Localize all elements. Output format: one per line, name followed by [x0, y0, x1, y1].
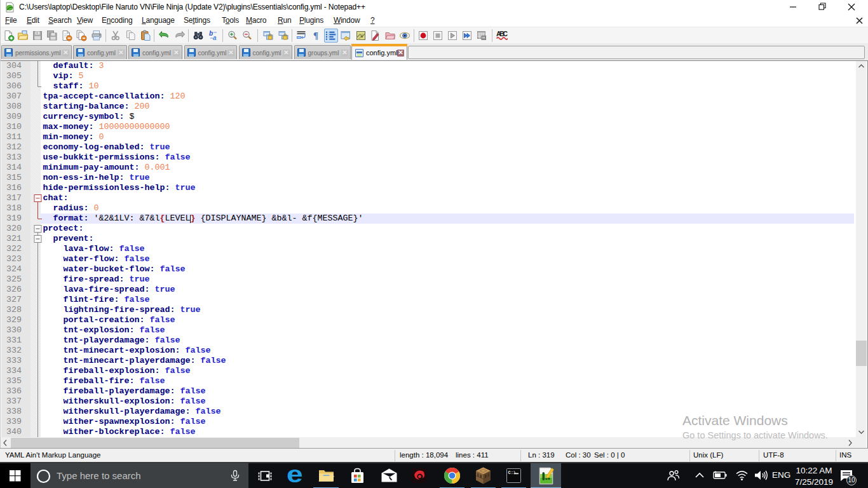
svg-text:ABC: ABC	[496, 30, 508, 37]
svg-text:C:\: C:\	[508, 470, 517, 475]
svg-text:¶: ¶	[313, 30, 318, 41]
